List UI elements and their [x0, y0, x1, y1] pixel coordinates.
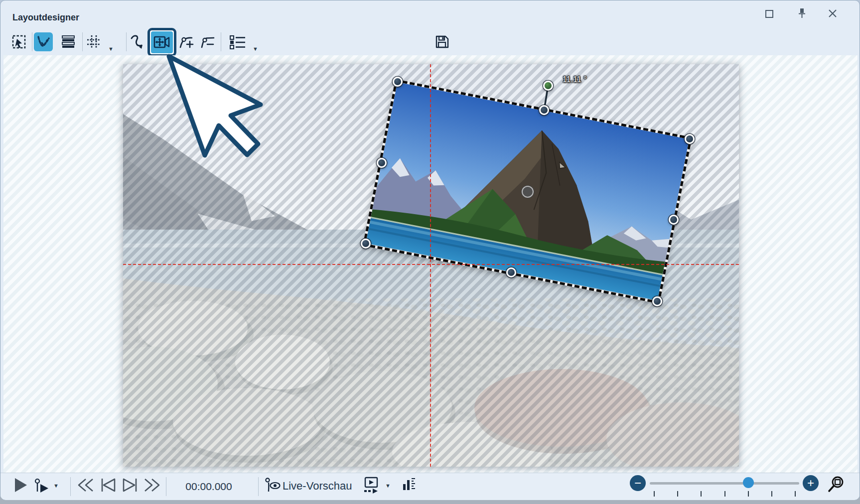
performance-monitor-button[interactable]: [402, 477, 417, 496]
close-button[interactable]: [828, 9, 837, 20]
slider-tick: [748, 491, 749, 497]
s-curve-icon: [129, 33, 145, 50]
curve-path-button[interactable]: [129, 33, 145, 50]
grid-icon: [86, 34, 102, 50]
handle-middle-left[interactable]: [377, 158, 387, 168]
next-frame-icon: [122, 478, 139, 493]
zoom-out-button[interactable]: −: [630, 475, 646, 491]
rotation-handle[interactable]: [543, 81, 553, 91]
layout-canvas[interactable]: 11.11 °: [123, 64, 739, 467]
transport-separator: [70, 477, 71, 496]
slider-tick: [701, 491, 702, 497]
play-button[interactable]: [13, 477, 28, 495]
handle-top-left[interactable]: [393, 77, 403, 87]
handle-top-middle[interactable]: [539, 105, 549, 115]
list-icon: [229, 34, 247, 50]
rewind-icon: [77, 478, 95, 493]
toolbar-separator: [82, 32, 83, 51]
zoom-fit-icon: [827, 475, 846, 494]
live-preview-toggle[interactable]: [265, 477, 282, 495]
keyframe-add-icon: [178, 33, 194, 50]
motion-path-tool-button[interactable]: [34, 32, 53, 51]
play-icon: [13, 477, 28, 493]
toolbar-separator: [126, 32, 127, 51]
select-tool-button[interactable]: [10, 33, 27, 50]
fast-forward-icon: [143, 478, 161, 493]
toolbar-separator: [221, 32, 221, 51]
levels-icon: [402, 477, 417, 494]
remove-keyframe-button[interactable]: [200, 33, 216, 50]
rotation-angle-label: 11.11 °: [563, 75, 587, 84]
keyframe-remove-icon: [200, 33, 216, 50]
selection-rectangle-icon: [11, 34, 27, 50]
handle-bottom-middle[interactable]: [506, 267, 516, 277]
previous-frame-icon: [100, 478, 117, 493]
play-options-caret[interactable]: ▼: [53, 483, 59, 489]
close-icon: [828, 9, 837, 18]
transport-bar: ▼ 00:00.000: [0, 473, 860, 500]
zoom-in-button[interactable]: +: [803, 475, 819, 491]
object-list-button[interactable]: [226, 33, 250, 50]
center-guide-horizontal: [123, 264, 739, 265]
motion-path-icon: [35, 34, 51, 50]
selection-center-handle[interactable]: [522, 186, 534, 198]
layers-tool-button[interactable]: [60, 33, 77, 50]
center-guide-vertical: [430, 64, 431, 467]
save-keyframe-button[interactable]: [434, 33, 450, 50]
slider-tick: [771, 491, 772, 497]
zoom-slider-thumb[interactable]: [743, 477, 754, 488]
maximize-button[interactable]: [765, 10, 773, 18]
live-preview-eye-icon: [265, 477, 282, 493]
slider-tick: [724, 491, 725, 497]
preview-options-caret[interactable]: ▼: [385, 483, 391, 489]
transport-separator: [166, 477, 166, 496]
pin-button[interactable]: [797, 8, 807, 21]
layoutdesigner-window: Layoutdesigner: [0, 0, 860, 500]
handle-middle-right[interactable]: [669, 215, 679, 225]
handle-top-right[interactable]: [685, 134, 695, 144]
layers-icon: [61, 34, 76, 49]
window-title: Layoutdesigner: [12, 12, 79, 23]
preview-window-button[interactable]: [363, 477, 380, 497]
time-display: 00:00.000: [176, 481, 242, 493]
slider-tick: [677, 491, 678, 497]
live-preview-label: Live-Vorschau: [283, 480, 352, 493]
toolbar: ▼: [0, 26, 860, 55]
fast-forward-button[interactable]: [143, 478, 161, 495]
handle-bottom-right[interactable]: [652, 296, 662, 306]
titlebar[interactable]: Layoutdesigner: [0, 0, 860, 26]
transport-separator: [258, 477, 259, 496]
zoom-slider-track[interactable]: [650, 482, 799, 485]
list-dropdown-caret[interactable]: ▼: [253, 46, 258, 52]
preview-window-icon: [363, 477, 380, 495]
next-frame-button[interactable]: [122, 478, 139, 495]
camera-pan-icon: [153, 35, 170, 50]
grid-dropdown-caret[interactable]: ▼: [108, 46, 114, 52]
camera-pan-tool-button[interactable]: [147, 28, 176, 57]
pin-icon: [797, 8, 807, 19]
grid-tool-button[interactable]: [85, 33, 102, 50]
add-keyframe-button[interactable]: [178, 33, 194, 50]
previous-frame-button[interactable]: [100, 478, 117, 495]
handle-bottom-left[interactable]: [361, 239, 371, 249]
play-from-timemark-button[interactable]: [33, 478, 50, 495]
zoom-fit-button[interactable]: [827, 475, 846, 496]
rewind-button[interactable]: [77, 478, 95, 495]
minus-icon: −: [634, 477, 641, 489]
play-from-pin-icon: [33, 478, 50, 493]
save-icon: [434, 34, 449, 49]
slider-tick: [654, 491, 655, 497]
maximize-icon: [765, 10, 773, 18]
slider-tick: [795, 491, 796, 497]
plus-icon: +: [807, 477, 814, 489]
workarea: 11.11 °: [3, 55, 858, 473]
toolbar-separator: [32, 32, 32, 51]
